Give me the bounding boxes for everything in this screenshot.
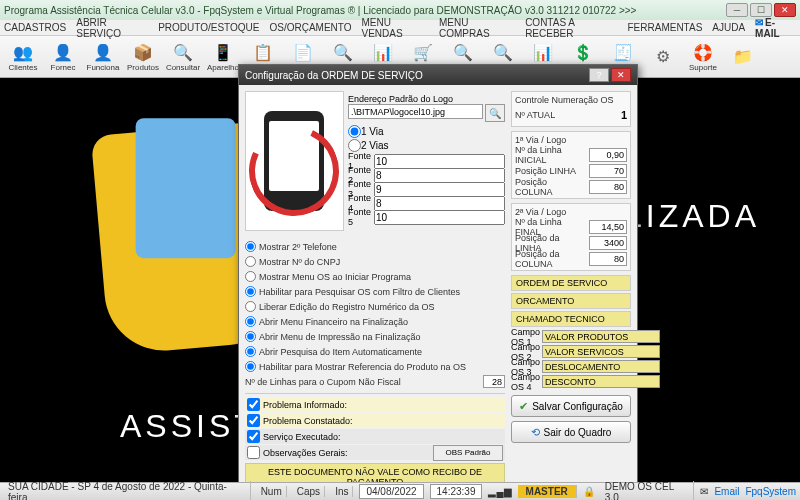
pos-coluna2-input[interactable] [589, 252, 627, 266]
toolbar-btn-Funciona-2[interactable]: 👤Funciona [84, 38, 122, 76]
pos-linha1-input[interactable] [589, 164, 627, 178]
menu-contas-receber[interactable]: CONTAS A RECEBER [525, 17, 617, 39]
linha-inicial-input[interactable] [589, 148, 627, 162]
check-prob-constatado[interactable] [247, 414, 260, 427]
toolbar-btn-icon-16[interactable]: ⚙ [644, 38, 682, 76]
toolbar-icon: 🔍 [492, 41, 514, 63]
toolbar-btn-Produtos-3[interactable]: 📦Produtos [124, 38, 162, 76]
save-config-button[interactable]: ✔Salvar Configuração [511, 395, 631, 417]
envelope-icon: ✉ [700, 486, 708, 497]
toolbar-icon: 🔍 [452, 41, 474, 63]
radio-abrir-menu-imp[interactable] [245, 331, 256, 342]
email-icon: ✉ [755, 17, 763, 28]
toolbar-icon: 👤 [92, 41, 114, 63]
menu-vendas[interactable]: MENU VENDAS [362, 17, 429, 39]
menu-ajuda[interactable]: AJUDA [712, 22, 745, 33]
fonte3-input[interactable] [374, 182, 505, 197]
status-email[interactable]: Email [714, 486, 739, 497]
window-buttons: ─ ☐ ✕ [726, 3, 796, 17]
toolbar-label: Funciona [87, 63, 120, 72]
minimize-button[interactable]: ─ [726, 3, 748, 17]
radio-2vias[interactable] [348, 139, 361, 152]
radio-abrir-menu-fin[interactable] [245, 316, 256, 327]
pos-coluna1-input[interactable] [589, 180, 627, 194]
obs-padrao-button[interactable]: OBS Padrão [433, 445, 503, 461]
via1-group: 1ª Via / Logo Nº da Linha INICIAL Posiçã… [511, 131, 631, 199]
gauge-icon: ▂▄▆ [488, 486, 511, 497]
campo-os3-input[interactable] [542, 360, 660, 373]
fonte2-input[interactable] [374, 168, 505, 183]
toolbar-btn-Aparelho-5[interactable]: 📱Aparelho [204, 38, 242, 76]
fonte5-input[interactable] [374, 210, 505, 225]
fonte4-input[interactable] [374, 196, 505, 211]
status-date: 04/08/2022 [359, 484, 423, 499]
toolbar-label: Produtos [127, 63, 159, 72]
radio-liberar-edicao[interactable] [245, 301, 256, 312]
maximize-button[interactable]: ☐ [750, 3, 772, 17]
menu-ferramentas[interactable]: FERRAMENTAS [627, 22, 702, 33]
dialog-help-button[interactable]: ? [589, 68, 609, 82]
toolbar-icon: 📋 [252, 41, 274, 63]
radio-habilitar-pesquisa[interactable] [245, 286, 256, 297]
toolbar-label: Consultar [166, 63, 200, 72]
radio-abrir-pesq-item[interactable] [245, 346, 256, 357]
toolbar-icon: 🛒 [412, 41, 434, 63]
menu-os-orcamento[interactable]: OS/ORÇAMENTO [269, 22, 351, 33]
status-location: SUA CIDADE - SP 4 de Agosto de 2022 - Qu… [4, 481, 251, 501]
num-linhas-input[interactable] [483, 375, 505, 388]
status-master: MASTER [518, 485, 577, 498]
menu-abrir-servico[interactable]: ABRIR SERVIÇO [76, 17, 148, 39]
toolbar-icon: 🔍 [172, 41, 194, 63]
radio-1via[interactable] [348, 125, 361, 138]
menu-compras[interactable]: MENU COMPRAS [439, 17, 515, 39]
toolbar-btn-Consultar-4[interactable]: 🔍Consultar [164, 38, 202, 76]
lock-icon: 🔒 [583, 486, 595, 497]
controle-group: Controle Numeração OS Nº ATUAL1 [511, 91, 631, 127]
linha-final-input[interactable] [589, 220, 627, 234]
num-atual: 1 [621, 109, 627, 121]
toolbar-icon: 📄 [292, 41, 314, 63]
campo-os1-input[interactable] [542, 330, 660, 343]
phone-bg-icon [136, 118, 236, 258]
radio-menu-os-iniciar[interactable] [245, 271, 256, 282]
menu-produto-estoque[interactable]: PRODUTO/ESTOQUE [158, 22, 259, 33]
check-obs-gerais[interactable] [247, 446, 260, 459]
dialog-close-button[interactable]: ✕ [611, 68, 631, 82]
toolbar-icon: 🔍 [332, 41, 354, 63]
toolbar-icon: 💲 [572, 41, 594, 63]
toolbar-btn-icon-18[interactable]: 📁 [724, 38, 762, 76]
bg-text-right: LIZADA [624, 198, 760, 235]
fonte1-input[interactable] [374, 154, 505, 169]
menu-email[interactable]: ✉E-MAIL [755, 17, 796, 39]
radio-mostrar-telefone[interactable] [245, 241, 256, 252]
status-link[interactable]: FpqSystem [745, 486, 796, 497]
toolbar-icon: 📊 [532, 41, 554, 63]
logo-preview [245, 91, 344, 231]
toolbar-btn-Clientes-0[interactable]: 👥Clientes [4, 38, 42, 76]
exit-button[interactable]: ⟲Sair do Quadro [511, 421, 631, 443]
radio-habilitar-referencia[interactable] [245, 361, 256, 372]
radio-mostrar-cnpj[interactable] [245, 256, 256, 267]
phone-logo-icon [254, 106, 334, 216]
check-icon: ✔ [519, 400, 528, 413]
status-caps: Caps [293, 486, 325, 497]
section-orcamento: ORCAMENTO [511, 293, 631, 309]
pos-linha2-input[interactable] [589, 236, 627, 250]
config-dialog: Configuração da ORDEM DE SERVIÇO ? ✕ End… [238, 64, 638, 498]
menu-cadastros[interactable]: CADASTROS [4, 22, 66, 33]
toolbar-btn-Suporte-17[interactable]: 🛟Suporte [684, 38, 722, 76]
section-ordem: ORDEM DE SERVICO [511, 275, 631, 291]
dialog-title: Configuração da ORDEM DE SERVIÇO [245, 70, 589, 81]
campo-os2-input[interactable] [542, 345, 660, 358]
toolbar-icon: 🛟 [692, 41, 714, 63]
toolbar-label: Fornec [51, 63, 76, 72]
dialog-titlebar: Configuração da ORDEM DE SERVIÇO ? ✕ [239, 65, 637, 85]
toolbar-btn-Fornec-1[interactable]: 👤Fornec [44, 38, 82, 76]
toolbar-label: Suporte [689, 63, 717, 72]
check-prob-informado[interactable] [247, 398, 260, 411]
browse-button[interactable]: 🔍 [485, 104, 505, 122]
campo-os4-input[interactable] [542, 375, 660, 388]
close-button[interactable]: ✕ [774, 3, 796, 17]
check-servico-exec[interactable] [247, 430, 260, 443]
logo-path-input[interactable] [348, 104, 483, 119]
